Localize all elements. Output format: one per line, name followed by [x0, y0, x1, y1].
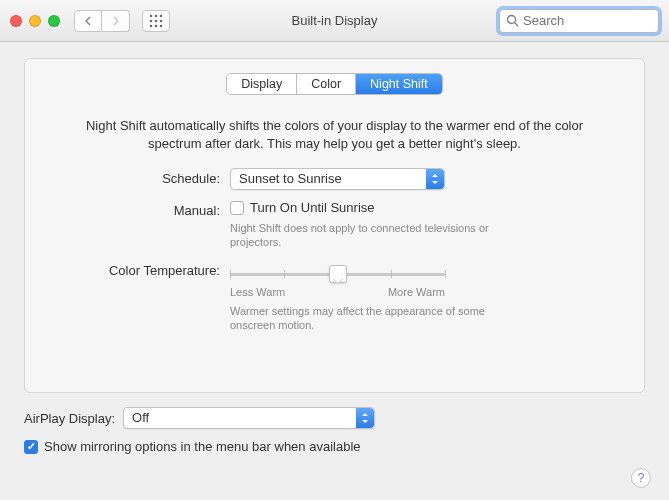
help-icon: ?: [638, 471, 645, 485]
manual-note: Night Shift does not apply to connected …: [230, 221, 490, 250]
description-text: Night Shift automatically shifts the col…: [25, 95, 644, 162]
tab-display[interactable]: Display: [227, 74, 297, 94]
svg-line-10: [515, 23, 519, 27]
show-all-button[interactable]: [142, 10, 170, 32]
mirror-label: Show mirroring options in the menu bar w…: [44, 439, 361, 454]
close-icon[interactable]: [10, 15, 22, 27]
tab-color[interactable]: Color: [297, 74, 356, 94]
forward-button: [102, 10, 130, 32]
chevron-updown-icon: [356, 408, 374, 428]
svg-point-7: [155, 24, 158, 27]
tab-bar: Display Color Night Shift: [226, 73, 443, 95]
svg-point-1: [155, 14, 158, 17]
airplay-label: AirPlay Display:: [24, 411, 115, 426]
settings-panel: Display Color Night Shift Night Shift au…: [24, 58, 645, 393]
minimize-icon[interactable]: [29, 15, 41, 27]
color-temp-label: Color Temperature:: [65, 260, 230, 278]
footer: AirPlay Display: Off Show mirroring opti…: [0, 399, 669, 472]
window-title: Built-in Display: [178, 13, 491, 28]
titlebar: Built-in Display: [0, 0, 669, 42]
window-controls: [10, 15, 60, 27]
color-temp-note: Warmer settings may affect the appearanc…: [230, 304, 490, 333]
nav-buttons: [74, 10, 130, 32]
svg-point-6: [150, 24, 153, 27]
svg-point-3: [150, 19, 153, 22]
schedule-label: Schedule:: [65, 168, 230, 186]
svg-point-0: [150, 14, 153, 17]
slider-min-label: Less Warm: [230, 286, 285, 298]
svg-point-9: [508, 16, 516, 24]
manual-checkbox-label: Turn On Until Sunrise: [250, 200, 375, 215]
airplay-select[interactable]: Off: [123, 407, 375, 429]
schedule-select[interactable]: Sunset to Sunrise: [230, 168, 445, 190]
slider-thumb[interactable]: [329, 265, 347, 283]
search-icon: [506, 14, 519, 27]
svg-point-4: [155, 19, 158, 22]
manual-label: Manual:: [65, 200, 230, 218]
mirror-checkbox[interactable]: [24, 440, 38, 454]
color-temp-slider[interactable]: [230, 264, 445, 284]
zoom-icon[interactable]: [48, 15, 60, 27]
chevron-updown-icon: [426, 169, 444, 189]
back-button[interactable]: [74, 10, 102, 32]
svg-point-2: [160, 14, 163, 17]
search-field[interactable]: [499, 9, 659, 33]
help-button[interactable]: ?: [631, 468, 651, 488]
schedule-value: Sunset to Sunrise: [239, 171, 342, 186]
slider-max-label: More Warm: [388, 286, 445, 298]
manual-checkbox[interactable]: [230, 201, 244, 215]
airplay-value: Off: [132, 410, 149, 425]
tab-night-shift[interactable]: Night Shift: [356, 74, 442, 94]
svg-point-8: [160, 24, 163, 27]
search-input[interactable]: [523, 13, 652, 28]
svg-point-5: [160, 19, 163, 22]
